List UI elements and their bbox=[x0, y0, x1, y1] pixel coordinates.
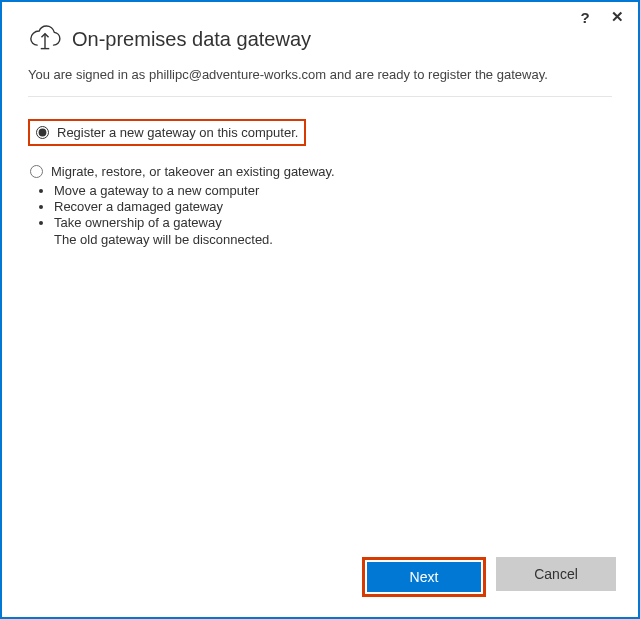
migrate-bullet-list: Move a gateway to a new computer Recover… bbox=[54, 183, 610, 230]
migrate-bullet: Recover a damaged gateway bbox=[54, 199, 610, 214]
cancel-button[interactable]: Cancel bbox=[496, 557, 616, 591]
radio-migrate-label: Migrate, restore, or takeover an existin… bbox=[51, 164, 335, 179]
footer-buttons: Next Cancel bbox=[362, 557, 616, 597]
divider bbox=[28, 96, 612, 97]
signin-status: You are signed in as phillipc@adventure-… bbox=[28, 67, 612, 82]
radio-register-label: Register a new gateway on this computer. bbox=[57, 125, 298, 140]
radio-migrate[interactable] bbox=[30, 165, 43, 178]
next-button-highlight: Next bbox=[362, 557, 486, 597]
titlebar: ? ✕ bbox=[576, 8, 626, 26]
cloud-upload-icon bbox=[28, 24, 62, 55]
header: On-premises data gateway bbox=[28, 24, 612, 55]
migrate-bullet: Move a gateway to a new computer bbox=[54, 183, 610, 198]
signin-suffix: and are ready to register the gateway. bbox=[326, 67, 548, 82]
dialog-window: ? ✕ On-premises data gateway You are sig… bbox=[0, 0, 640, 619]
signin-prefix: You are signed in as bbox=[28, 67, 149, 82]
migrate-bullet: Take ownership of a gateway bbox=[54, 215, 610, 230]
page-title: On-premises data gateway bbox=[72, 28, 311, 51]
close-icon[interactable]: ✕ bbox=[608, 8, 626, 26]
migrate-note: The old gateway will be disconnected. bbox=[54, 232, 610, 247]
option-register[interactable]: Register a new gateway on this computer. bbox=[28, 119, 306, 146]
content-area: On-premises data gateway You are signed … bbox=[2, 2, 638, 251]
help-icon[interactable]: ? bbox=[576, 8, 594, 26]
signin-email: phillipc@adventure-works.com bbox=[149, 67, 326, 82]
next-button[interactable]: Next bbox=[367, 562, 481, 592]
radio-register[interactable] bbox=[36, 126, 49, 139]
option-migrate[interactable]: Migrate, restore, or takeover an existin… bbox=[28, 160, 612, 251]
